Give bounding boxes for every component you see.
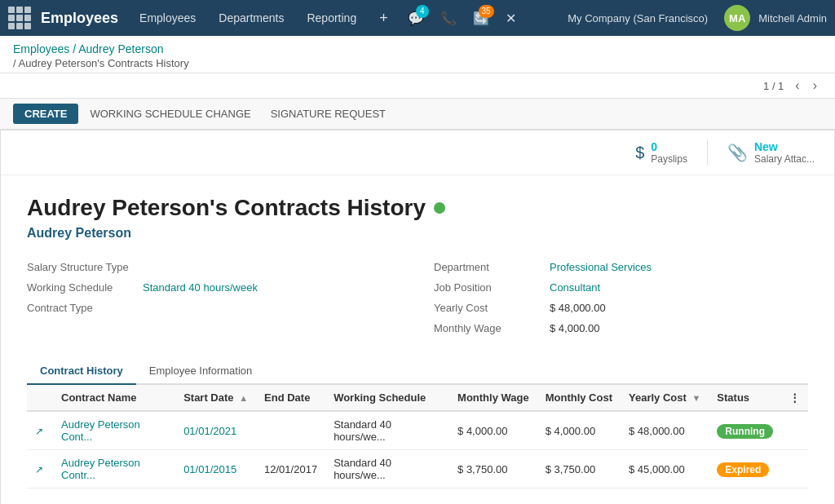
- activity-icon[interactable]: 🔄 35: [466, 0, 496, 36]
- tab-employee-information[interactable]: Employee Information: [136, 358, 265, 385]
- col-working-schedule[interactable]: Working Schedule: [325, 385, 449, 411]
- card-body: Audrey Peterson's Contracts History Audr…: [1, 175, 834, 504]
- payslips-button[interactable]: $ 0 Payslips: [629, 137, 694, 168]
- row-monthly-wage: $ 3,750.00: [449, 450, 537, 489]
- salary-sublabel: Salary Attac...: [754, 153, 815, 165]
- row-schedule: Standard 40 hours/we...: [325, 450, 449, 489]
- col-start-date[interactable]: Start Date ▲: [175, 385, 256, 411]
- brand-title[interactable]: Employees: [41, 10, 118, 27]
- col-options[interactable]: ⋮: [781, 385, 808, 411]
- schedule-change-button[interactable]: WORKING SCHEDULE CHANGE: [82, 104, 258, 124]
- field-contract-type: Contract Type: [27, 298, 401, 318]
- fields-right: Department Professional Services Job Pos…: [434, 257, 808, 338]
- table-row: ↗Audrey Peterson Cont...01/01/2021Standa…: [27, 411, 808, 450]
- department-link[interactable]: Professional Services: [550, 261, 652, 273]
- tab-contract-history[interactable]: Contract History: [27, 358, 136, 385]
- top-navigation: Employees Employees Departments Reportin…: [0, 0, 835, 36]
- pagination-bar: 1 / 1 ‹ ›: [0, 73, 835, 99]
- app-menu-icon[interactable]: [8, 7, 31, 29]
- table-header-row: Contract Name Start Date ▲ End Date Work…: [27, 385, 808, 411]
- col-yearly-cost[interactable]: Yearly Cost ▼: [621, 385, 709, 411]
- contract-name-link[interactable]: Audrey Peterson Cont...: [61, 418, 140, 443]
- user-avatar[interactable]: MA: [724, 5, 750, 31]
- row-yearly-cost: $ 45,000.00: [621, 450, 709, 489]
- fields-grid: Salary Structure Type Working Schedule S…: [27, 257, 808, 338]
- row-contract-name: Audrey Peterson Contr...: [53, 450, 175, 489]
- nav-arrows: ‹ ›: [790, 77, 822, 95]
- row-start-date: 01/01/2015: [175, 450, 256, 489]
- breadcrumb-current: / Audrey Peterson's Contracts History: [13, 57, 822, 69]
- page-scroll: $ 0 Payslips 📎 New Salary Attac...: [0, 130, 835, 504]
- working-schedule-link[interactable]: Standard 40 hours/week: [143, 281, 258, 294]
- col-monthly-wage[interactable]: Monthly Wage: [449, 385, 537, 411]
- col-end-date[interactable]: End Date: [256, 385, 325, 411]
- row-external-link-icon[interactable]: ↗: [27, 450, 53, 489]
- field-monthly-wage: Monthly Wage $ 4,000.00: [434, 318, 808, 338]
- status-dot: [434, 202, 445, 214]
- row-monthly-cost: $ 4,000.00: [537, 411, 621, 450]
- start-date-link[interactable]: 01/01/2015: [183, 463, 236, 475]
- row-end-date: [256, 411, 325, 450]
- row-monthly-cost: $ 3,750.00: [537, 450, 621, 489]
- pagination-text: 1 / 1: [763, 80, 784, 92]
- nav-add-icon[interactable]: +: [369, 0, 398, 36]
- chat-badge: 4: [416, 5, 429, 18]
- breadcrumb-area: Employees / Audrey Peterson / Audrey Pet…: [0, 36, 835, 73]
- salary-attachment-button[interactable]: 📎 New Salary Attac...: [721, 137, 821, 168]
- page-layout: $ 0 Payslips 📎 New Salary Attac...: [0, 130, 835, 504]
- salary-label: New: [754, 140, 815, 153]
- contract-title: Audrey Peterson's Contracts History: [27, 195, 808, 221]
- status-badge-running: Running: [717, 424, 773, 439]
- row-external-link-icon[interactable]: ↗: [27, 411, 53, 450]
- breadcrumb-employees[interactable]: Employees: [13, 42, 69, 55]
- employee-name-link[interactable]: Audrey Peterson: [27, 226, 808, 241]
- col-status[interactable]: Status: [709, 385, 781, 411]
- next-arrow[interactable]: ›: [808, 77, 822, 95]
- nav-reporting[interactable]: Reporting: [297, 0, 366, 36]
- company-name[interactable]: My Company (San Francisco): [558, 12, 718, 24]
- row-status: Expired: [709, 450, 781, 489]
- field-yearly-cost: Yearly Cost $ 48,000.00: [434, 298, 808, 318]
- field-department: Department Professional Services: [434, 257, 808, 277]
- activity-badge: 35: [479, 5, 494, 18]
- action-toolbar: CREATE WORKING SCHEDULE CHANGE SIGNATURE…: [0, 99, 835, 130]
- field-working-schedule: Working Schedule Standard 40 hours/week: [27, 277, 401, 298]
- nav-departments[interactable]: Departments: [209, 0, 294, 36]
- row-schedule: Standard 40 hours/we...: [325, 411, 449, 450]
- nav-employees[interactable]: Employees: [130, 0, 205, 36]
- prev-arrow[interactable]: ‹: [790, 77, 804, 95]
- col-monthly-cost[interactable]: Monthly Cost: [537, 385, 621, 411]
- breadcrumb: Employees / Audrey Peterson: [13, 42, 822, 55]
- attachment-icon: 📎: [727, 143, 748, 162]
- field-salary-structure: Salary Structure Type: [27, 257, 401, 277]
- row-options-menu[interactable]: [781, 450, 808, 489]
- row-yearly-cost: $ 48,000.00: [621, 411, 709, 450]
- contract-name-link[interactable]: Audrey Peterson Contr...: [61, 457, 140, 481]
- col-contract-name[interactable]: Contract Name: [53, 385, 175, 411]
- row-start-date: 01/01/2021: [175, 411, 256, 450]
- stat-divider: [707, 139, 708, 166]
- col-icon: [27, 385, 53, 411]
- phone-icon[interactable]: 📞: [434, 0, 463, 36]
- row-monthly-wage: $ 4,000.00: [449, 411, 537, 450]
- breadcrumb-person[interactable]: Audrey Peterson: [78, 42, 163, 55]
- create-button[interactable]: CREATE: [13, 104, 78, 124]
- user-name: Mitchell Admin: [758, 12, 827, 24]
- close-icon[interactable]: ✕: [499, 0, 523, 36]
- payslips-label: Payslips: [651, 153, 687, 165]
- field-job-position: Job Position Consultant: [434, 277, 808, 298]
- job-position-link[interactable]: Consultant: [550, 281, 600, 294]
- card-topbar: $ 0 Payslips 📎 New Salary Attac...: [1, 130, 834, 175]
- row-end-date: 12/01/2017: [256, 450, 325, 489]
- dollar-icon: $: [635, 144, 644, 162]
- tabs-bar: Contract History Employee Information: [27, 358, 808, 385]
- payslips-count: 0: [651, 140, 687, 153]
- signature-request-button[interactable]: SIGNATURE REQUEST: [263, 104, 394, 124]
- status-badge-expired: Expired: [717, 462, 769, 477]
- chat-icon[interactable]: 💬 4: [401, 0, 431, 36]
- main-card: $ 0 Payslips 📎 New Salary Attac...: [0, 130, 835, 504]
- row-options-menu[interactable]: [781, 411, 808, 450]
- table-row: ↗Audrey Peterson Contr...01/01/201512/01…: [27, 450, 808, 489]
- contract-table: Contract Name Start Date ▲ End Date Work…: [27, 385, 808, 489]
- start-date-link[interactable]: 01/01/2021: [183, 425, 236, 437]
